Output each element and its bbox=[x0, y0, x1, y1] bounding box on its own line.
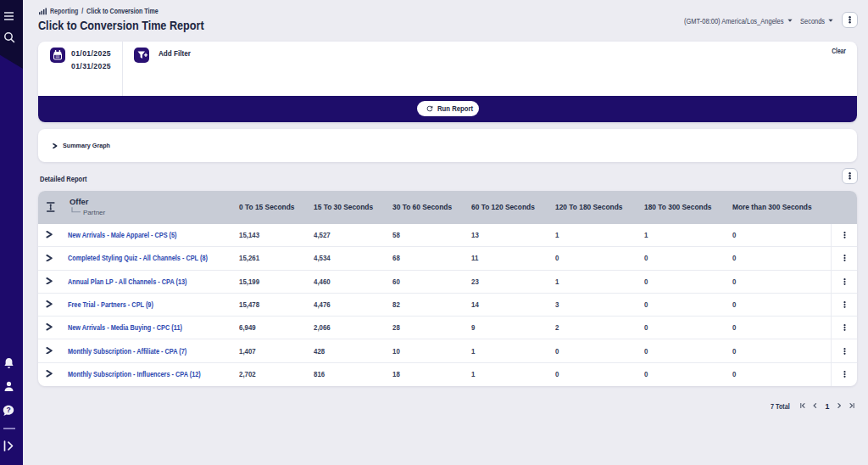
svg-text:?: ? bbox=[6, 406, 10, 414]
